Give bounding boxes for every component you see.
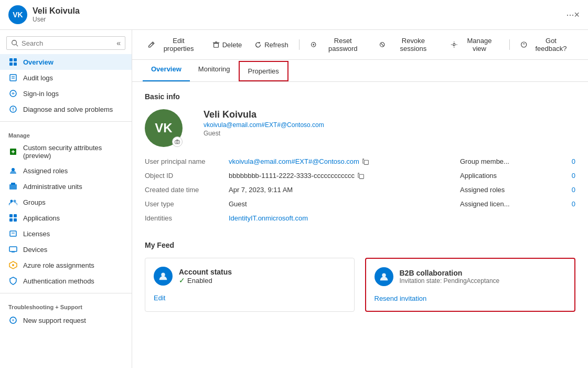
manage-view-button[interactable]: Manage view xyxy=(445,34,504,55)
sidebar-label-auth-methods: Authentication methods xyxy=(23,277,94,285)
b2b-collab-card: B2B collaboration Invitation state: Pend… xyxy=(365,258,576,312)
main-layout: « Overview Audit logs Sign-in logs Diagn… xyxy=(0,30,588,368)
copy-upn-icon[interactable] xyxy=(362,157,369,165)
search-box[interactable]: « xyxy=(6,36,125,50)
svg-rect-3 xyxy=(14,58,17,61)
feedback-icon xyxy=(520,41,527,48)
sidebar-item-devices[interactable]: Devices xyxy=(0,241,132,257)
support-icon xyxy=(8,316,18,325)
sidebar-item-audit-logs[interactable]: Audit logs xyxy=(0,70,132,86)
feed-cards: Account status ✓ Enabled Edit xyxy=(145,258,575,312)
svg-rect-23 xyxy=(9,218,13,222)
sidebar-item-applications[interactable]: Applications xyxy=(0,210,132,226)
detail-label-identities: Identities xyxy=(145,214,229,222)
header-user-name: Veli Koivula xyxy=(33,6,562,16)
sidebar-item-azure-roles[interactable]: Azure role assignments xyxy=(0,257,132,273)
detail-value-objectid: bbbbbbbb-1111-2222-3333-cccccccccccc xyxy=(229,172,365,180)
toolbar-divider-2 xyxy=(509,39,510,50)
svg-point-20 xyxy=(14,200,16,203)
refresh-button[interactable]: Refresh xyxy=(249,38,294,51)
sidebar-item-licenses[interactable]: Licenses xyxy=(0,226,132,241)
svg-point-43 xyxy=(521,42,526,47)
delete-icon xyxy=(212,41,220,48)
edit-icon xyxy=(148,41,155,48)
sidebar-item-assigned-roles[interactable]: Assigned roles xyxy=(0,163,132,178)
header-more-button[interactable]: ··· xyxy=(566,9,574,20)
tab-bar: Overview Monitoring Properties xyxy=(132,60,588,82)
sidebar-item-new-support[interactable]: New support request xyxy=(0,312,132,328)
account-status-edit-link[interactable]: Edit xyxy=(154,294,165,302)
svg-point-0 xyxy=(12,40,17,45)
svg-rect-25 xyxy=(10,231,16,236)
account-status-info: Account status ✓ Enabled xyxy=(179,268,232,285)
sidebar-label-devices: Devices xyxy=(23,246,47,254)
copy-objectid-icon[interactable] xyxy=(358,172,365,179)
account-status-card: Account status ✓ Enabled Edit xyxy=(145,258,355,312)
stat-assigned-licenses: Assigned licen... 0 xyxy=(460,200,575,208)
basic-info-section: VK Veli Koivula vkoivula@email.com#EXT#@… xyxy=(145,109,575,147)
svg-line-41 xyxy=(381,43,384,46)
header-close-button[interactable]: × xyxy=(574,9,580,20)
header-avatar: VK xyxy=(8,5,27,24)
sidebar-item-custom-security[interactable]: Custom security attributes (preview) xyxy=(0,141,132,163)
detail-identities: Identities IdentityIT.onmicrosoft.com xyxy=(145,214,439,222)
revoke-sessions-button[interactable]: Revoke sessions xyxy=(373,34,443,55)
sidebar-item-groups[interactable]: Groups xyxy=(0,194,132,210)
svg-rect-5 xyxy=(14,62,17,66)
feedback-button[interactable]: Got feedback? xyxy=(515,34,578,55)
sidebar: « Overview Audit logs Sign-in logs Diagn… xyxy=(0,30,132,368)
detail-value-upn: vkoivula@email.com#EXT#@Contoso.com xyxy=(229,157,369,165)
svg-rect-47 xyxy=(359,174,364,178)
tab-monitoring[interactable]: Monitoring xyxy=(190,60,239,81)
sidebar-item-admin-units[interactable]: Administrative units xyxy=(0,178,132,194)
svg-rect-6 xyxy=(10,75,16,81)
svg-point-48 xyxy=(161,273,165,277)
b2b-collab-title: B2B collaboration xyxy=(400,269,500,277)
detail-label-usertype: User type xyxy=(145,200,229,208)
detail-value-identities[interactable]: IdentityIT.onmicrosoft.com xyxy=(229,214,308,222)
search-input[interactable] xyxy=(22,39,112,47)
b2b-collab-info: B2B collaboration Invitation state: Pend… xyxy=(400,269,500,285)
sidebar-item-overview[interactable]: Overview xyxy=(0,54,132,70)
detail-label-objectid: Object ID xyxy=(145,172,229,180)
sidebar-label-new-support: New support request xyxy=(23,317,86,324)
custom-security-icon xyxy=(8,147,18,156)
applications-icon xyxy=(8,213,18,223)
tab-overview[interactable]: Overview xyxy=(143,60,190,81)
admin-units-icon xyxy=(8,182,18,191)
svg-point-42 xyxy=(453,44,455,46)
svg-rect-46 xyxy=(364,160,368,164)
svg-line-1 xyxy=(16,45,18,47)
detail-created: Created date time Apr 7, 2023, 9:11 AM xyxy=(145,186,439,194)
delete-button[interactable]: Delete xyxy=(207,38,248,51)
user-name-info: Veli Koivula vkoivula@email.com#EXT#@Con… xyxy=(204,109,324,137)
sidebar-label-signin-logs: Sign-in logs xyxy=(23,90,59,98)
sidebar-label-licenses: Licenses xyxy=(23,230,50,238)
collapse-icon[interactable]: « xyxy=(116,39,121,47)
camera-icon[interactable] xyxy=(172,136,183,147)
sidebar-label-admin-units: Administrative units xyxy=(23,183,82,191)
svg-point-45 xyxy=(176,141,178,143)
reset-password-button[interactable]: Reset password xyxy=(305,34,372,55)
my-feed-title: My Feed xyxy=(145,241,575,249)
sidebar-item-diagnose[interactable]: Diagnose and solve problems xyxy=(0,101,132,117)
svg-rect-35 xyxy=(213,43,218,47)
edit-properties-button[interactable]: Edit properties xyxy=(143,34,205,55)
sidebar-item-auth-methods[interactable]: Authentication methods xyxy=(0,273,132,289)
detail-usertype: User type Guest xyxy=(145,200,439,208)
sidebar-label-overview: Overview xyxy=(23,58,54,66)
detail-label-upn: User principal name xyxy=(145,157,229,165)
b2b-resend-link[interactable]: Resend invitation xyxy=(375,295,427,302)
svg-point-30 xyxy=(12,264,14,266)
sidebar-item-signin-logs[interactable]: Sign-in logs xyxy=(0,86,132,101)
manage-view-icon xyxy=(451,41,457,48)
auth-methods-icon xyxy=(8,276,18,286)
basic-info-title: Basic info xyxy=(145,92,575,101)
refresh-icon xyxy=(254,41,262,48)
tab-properties[interactable]: Properties xyxy=(239,61,288,81)
header: VK Veli Koivula User ··· × xyxy=(0,0,588,30)
diagnose-icon xyxy=(8,104,18,114)
status-enabled-icon: ✓ xyxy=(179,276,185,285)
stat-group-members: Group membe... 0 xyxy=(460,157,575,165)
svg-rect-18 xyxy=(11,183,15,185)
